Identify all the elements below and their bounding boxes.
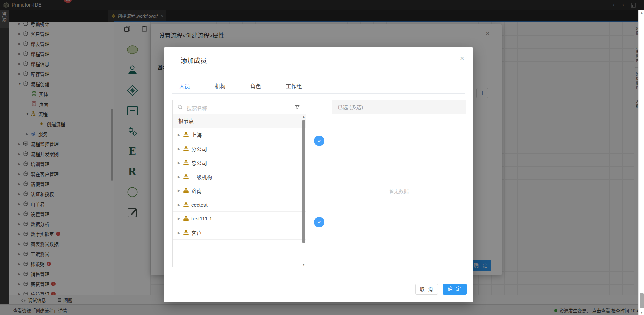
filter-icon[interactable] bbox=[295, 105, 300, 110]
tree-scrollbar[interactable]: ▲ ▼ bbox=[302, 115, 305, 266]
scroll-up-icon[interactable]: ▲ bbox=[639, 11, 644, 14]
transfer-left-button[interactable]: « bbox=[314, 217, 324, 227]
org-row-label: 客户 bbox=[191, 229, 202, 236]
member-search-placeholder: 搜索名称 bbox=[187, 104, 207, 111]
modal-tab-机构[interactable]: 机构 bbox=[208, 80, 232, 94]
empty-state-text: 暂无数据 bbox=[332, 114, 466, 267]
modal-tab-工作组[interactable]: 工作组 bbox=[279, 80, 309, 94]
modal-tab-bar: 人员机构角色工作组 bbox=[172, 80, 320, 94]
org-row-分公司[interactable]: ▶分公司 bbox=[173, 142, 306, 156]
org-icon bbox=[183, 174, 191, 180]
window-scrollbar-thumb[interactable] bbox=[640, 293, 644, 308]
modal-close-icon[interactable]: × bbox=[460, 54, 464, 62]
org-row-label: 分公司 bbox=[191, 145, 207, 152]
caret-right-icon[interactable]: ▶ bbox=[178, 133, 183, 137]
org-icon bbox=[183, 146, 191, 152]
org-icon bbox=[183, 132, 191, 138]
window-scrollbar[interactable]: ▲ ▼ bbox=[638, 10, 644, 315]
org-icon bbox=[183, 202, 191, 208]
modal-tab-divider bbox=[172, 93, 465, 94]
org-icon bbox=[183, 216, 191, 222]
org-tree-panel: 搜索名称 根节点 ▶上海▶分公司▶总公司▶一级机构▶济南▶ccctest▶tes… bbox=[172, 100, 306, 267]
scroll-down-icon[interactable]: ▼ bbox=[639, 311, 644, 314]
org-icon bbox=[183, 188, 191, 194]
caret-right-icon[interactable]: ▶ bbox=[178, 203, 183, 207]
selected-header: 已选 (多选) bbox=[332, 100, 466, 114]
org-row-上海[interactable]: ▶上海 bbox=[173, 128, 306, 142]
scrollbar-thumb[interactable] bbox=[302, 120, 305, 243]
org-row-label: 一级机构 bbox=[191, 173, 212, 180]
cancel-button[interactable]: 取 消 bbox=[415, 284, 438, 295]
transfer-right-button[interactable]: » bbox=[314, 136, 324, 146]
caret-right-icon[interactable]: ▶ bbox=[178, 147, 183, 151]
member-search-input[interactable]: 搜索名称 bbox=[173, 100, 306, 114]
scroll-up-icon[interactable]: ▲ bbox=[302, 115, 305, 118]
caret-right-icon[interactable]: ▶ bbox=[178, 231, 183, 235]
caret-right-icon[interactable]: ▶ bbox=[178, 189, 183, 193]
org-row-label: test111-1 bbox=[191, 216, 212, 222]
scroll-down-icon[interactable]: ▼ bbox=[302, 263, 305, 266]
org-tree-list: 根节点 ▶上海▶分公司▶总公司▶一级机构▶济南▶ccctest▶test111-… bbox=[173, 114, 306, 267]
org-icon bbox=[183, 160, 191, 166]
caret-right-icon[interactable]: ▶ bbox=[178, 175, 183, 179]
caret-right-icon[interactable]: ▶ bbox=[178, 217, 183, 220]
org-row-label: 上海 bbox=[191, 131, 202, 138]
modal-title: 添加成员 bbox=[181, 56, 207, 65]
caret-right-icon[interactable]: ▶ bbox=[178, 161, 183, 165]
modal-tab-人员[interactable]: 人员 bbox=[172, 80, 197, 94]
org-row-label: 济南 bbox=[191, 187, 202, 194]
add-member-modal: 添加成员 × 人员机构角色工作组 搜索名称 根节点 ▶上海▶分公司▶总公司▶一级… bbox=[164, 47, 473, 302]
selected-panel: 已选 (多选) 暂无数据 bbox=[332, 100, 466, 267]
search-icon bbox=[177, 104, 183, 110]
tree-rows: ▶上海▶分公司▶总公司▶一级机构▶济南▶ccctest▶test111-1▶客户 bbox=[173, 128, 306, 240]
modal-tab-角色[interactable]: 角色 bbox=[243, 80, 268, 94]
org-row-label: 总公司 bbox=[191, 159, 207, 166]
org-row-一级机构[interactable]: ▶一级机构 bbox=[173, 170, 306, 184]
org-icon bbox=[183, 230, 191, 236]
org-row-ccctest[interactable]: ▶ccctest bbox=[173, 198, 306, 212]
org-row-客户[interactable]: ▶客户 bbox=[173, 226, 306, 240]
confirm-button[interactable]: 确 定 bbox=[443, 284, 467, 295]
org-row-总公司[interactable]: ▶总公司 bbox=[173, 156, 306, 170]
tree-root-header[interactable]: 根节点 bbox=[173, 114, 306, 128]
org-row-label: ccctest bbox=[191, 202, 208, 208]
org-row-济南[interactable]: ▶济南 bbox=[173, 184, 306, 198]
org-row-test111-1[interactable]: ▶test111-1 bbox=[173, 212, 306, 226]
